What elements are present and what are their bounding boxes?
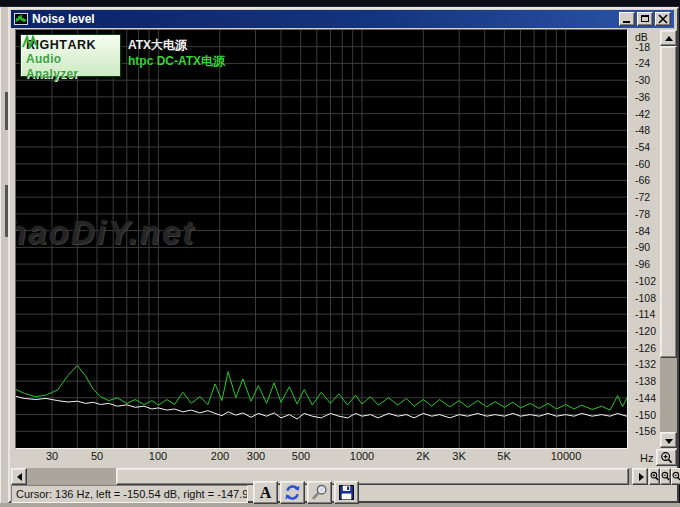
x-axis-unit: Hz — [640, 452, 653, 464]
x-tick-label: 500 — [292, 450, 310, 462]
vertical-scrollbar[interactable] — [660, 30, 677, 448]
arrow-right-icon — [639, 473, 644, 481]
y-tick-label: -72 — [635, 191, 650, 203]
zoom-button-group — [649, 468, 680, 485]
refresh-button[interactable] — [280, 481, 305, 504]
y-tick-label: -60 — [635, 158, 650, 170]
arrow-up-icon — [665, 36, 673, 41]
x-tick-label: 5K — [497, 450, 510, 462]
x-tick-label: 1000 — [350, 450, 374, 462]
y-tick-label: -84 — [635, 225, 650, 237]
noise-level-window: Noise level haoDiY.net RIGHT — [8, 7, 679, 503]
scroll-up-button[interactable] — [660, 30, 677, 46]
zoom-in-icon — [650, 471, 659, 482]
y-tick-label: -24 — [635, 57, 650, 69]
toolbar: A — [253, 481, 359, 504]
background-window-sliver-top — [0, 0, 680, 7]
x-tick-label: 2K — [416, 450, 429, 462]
waveform-icon — [22, 35, 38, 49]
y-tick-label: -18 — [635, 41, 650, 53]
y-tick-label: -96 — [635, 258, 650, 270]
x-tick-label: 100 — [149, 450, 167, 462]
y-tick-label: -54 — [635, 141, 650, 153]
close-button[interactable] — [655, 12, 671, 26]
logo-line2: Audio Analyzer — [26, 52, 116, 82]
font-button[interactable]: A — [253, 481, 278, 504]
y-tick-label: -42 — [635, 108, 650, 120]
x-tick-label: 3K — [452, 450, 465, 462]
y-tick-label: -138 — [635, 375, 656, 387]
vertical-scroll-thumb[interactable] — [660, 46, 677, 358]
plot-frame: haoDiY.net RIGHT ARK Audio Analyzer ATX大… — [15, 29, 628, 449]
window-title: Noise level — [32, 12, 95, 26]
scroll-down-button[interactable] — [660, 432, 677, 448]
arrow-down-icon — [665, 439, 673, 444]
noise-spectrum-plot[interactable]: haoDiY.net RIGHT ARK Audio Analyzer ATX大… — [16, 30, 627, 448]
close-icon — [658, 14, 668, 24]
maximize-icon — [641, 15, 649, 22]
zoom-out-icon — [661, 471, 670, 482]
y-tick-label: -30 — [635, 74, 650, 86]
cursor-status-panel: Cursor: 136 Hz, left = -150.54 dB, right… — [11, 485, 248, 503]
maximize-button[interactable] — [637, 12, 653, 26]
y-tick-label: -156 — [635, 425, 656, 437]
y-tick-label: -66 — [635, 174, 650, 186]
arrow-left-icon — [17, 473, 22, 481]
scroll-left-button[interactable] — [11, 468, 27, 485]
watermark: haoDiY.net — [16, 214, 195, 252]
y-tick-label: -78 — [635, 208, 650, 220]
x-tick-label: 50 — [91, 450, 103, 462]
x-axis-labels: 305010020030050010002K3K5K10000 — [16, 450, 627, 465]
rightmark-logo: RIGHT ARK Audio Analyzer — [20, 34, 121, 77]
legend-entry-htpc: htpc DC-ATX电源 — [128, 53, 225, 69]
zoom-fit-button[interactable] — [671, 468, 680, 485]
legend-entry-atx: ATX大电源 — [128, 37, 225, 53]
minimize-button[interactable] — [619, 12, 635, 26]
legend: ATX大电源 htpc DC-ATX电源 — [128, 37, 225, 69]
zoom-in-icon — [660, 451, 673, 464]
y-tick-label: -132 — [635, 358, 656, 370]
zoom-out-icon — [672, 471, 680, 482]
zoom-in-horizontal-button[interactable] — [649, 468, 660, 485]
y-axis-labels: dB-18-24-30-36-42-48-54-60-66-72-78-84-9… — [632, 30, 660, 448]
x-tick-label: 200 — [211, 450, 229, 462]
scroll-right-button[interactable] — [632, 468, 648, 485]
y-tick-label: -108 — [635, 292, 656, 304]
refresh-icon — [284, 484, 301, 501]
x-tick-label: 300 — [247, 450, 265, 462]
title-bar[interactable]: Noise level — [11, 10, 674, 28]
y-tick-label: -90 — [635, 241, 650, 253]
y-tick-label: -126 — [635, 342, 656, 354]
y-tick-label: -48 — [635, 124, 650, 136]
y-tick-label: -102 — [635, 275, 656, 287]
y-tick-label: -114 — [635, 308, 655, 320]
font-icon: A — [260, 485, 272, 501]
background-window-sliver-left — [0, 7, 8, 503]
logo-text-ark: ARK — [67, 38, 96, 52]
y-tick-label: -144 — [635, 392, 656, 404]
magnifier-icon — [311, 484, 328, 501]
x-tick-label: 30 — [46, 450, 58, 462]
y-tick-label: -150 — [635, 409, 656, 421]
y-tick-label: -120 — [635, 325, 656, 337]
zoom-settings-button[interactable] — [307, 481, 332, 504]
minimize-icon — [623, 21, 630, 23]
x-tick-label: 10000 — [551, 450, 582, 462]
analyzer-app-icon — [14, 13, 28, 25]
save-icon — [338, 484, 355, 501]
save-button[interactable] — [334, 481, 359, 504]
zoom-in-vertical-button[interactable] — [656, 449, 677, 466]
horizontal-scroll-thumb[interactable] — [116, 468, 629, 485]
screen: Noise level haoDiY.net RIGHT — [0, 0, 680, 507]
logo-line1: RIGHT ARK — [26, 38, 116, 52]
y-tick-label: -36 — [635, 91, 650, 103]
zoom-out-horizontal-button[interactable] — [660, 468, 671, 485]
